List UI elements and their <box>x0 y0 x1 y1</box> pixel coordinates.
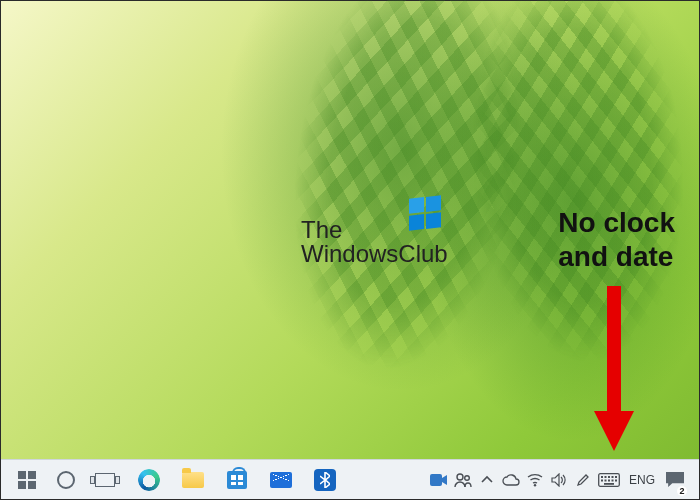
svg-rect-8 <box>604 476 606 478</box>
meet-now-icon <box>430 473 448 487</box>
people-button[interactable] <box>451 460 475 500</box>
cortana-button[interactable] <box>49 460 83 500</box>
pen-icon <box>576 473 590 487</box>
mail-app[interactable] <box>259 460 303 500</box>
wifi-icon <box>527 473 543 487</box>
bluetooth-app[interactable] <box>303 460 347 500</box>
task-view-icon <box>95 473 115 487</box>
svg-rect-16 <box>615 479 617 481</box>
bluetooth-icon <box>314 469 336 491</box>
microsoft-store[interactable] <box>215 460 259 500</box>
taskbar-left <box>5 460 347 500</box>
watermark-line2: WindowsClub <box>301 240 448 268</box>
taskbar: ENG 2 <box>1 459 699 499</box>
mail-icon <box>270 472 292 488</box>
cortana-circle-icon <box>57 471 75 489</box>
start-button[interactable] <box>5 460 49 500</box>
folder-icon <box>182 472 204 488</box>
action-center-icon <box>666 472 684 487</box>
show-desktop-button[interactable] <box>689 460 695 500</box>
annotation-line2: and date <box>558 240 675 274</box>
svg-point-4 <box>465 475 470 480</box>
onedrive-tray[interactable] <box>499 460 523 500</box>
windows-start-icon <box>18 471 36 489</box>
annotation-line1: No clock <box>558 206 675 240</box>
svg-point-5 <box>534 484 536 486</box>
cloud-icon <box>502 474 520 486</box>
touch-keyboard-button[interactable] <box>595 460 623 500</box>
svg-rect-7 <box>601 476 603 478</box>
system-tray: ENG 2 <box>427 460 695 500</box>
notification-badge: 2 <box>677 486 687 496</box>
action-center-button[interactable]: 2 <box>661 460 689 500</box>
pen-tray[interactable] <box>571 460 595 500</box>
store-icon <box>227 471 247 489</box>
network-tray[interactable] <box>523 460 547 500</box>
keyboard-icon <box>598 473 620 487</box>
edge-browser[interactable] <box>127 460 171 500</box>
people-icon <box>454 472 472 488</box>
edge-icon <box>138 469 160 491</box>
annotation-label: No clock and date <box>558 206 675 273</box>
speaker-icon <box>551 473 567 487</box>
svg-rect-11 <box>615 476 617 478</box>
tray-overflow-button[interactable] <box>475 460 499 500</box>
meet-now-button[interactable] <box>427 460 451 500</box>
svg-marker-1 <box>594 411 634 451</box>
chevron-up-icon <box>481 474 493 486</box>
svg-rect-12 <box>601 479 603 481</box>
svg-rect-10 <box>611 476 613 478</box>
language-indicator[interactable]: ENG <box>623 460 661 500</box>
desktop[interactable]: The WindowsClub No clock and date <box>0 0 700 500</box>
svg-rect-2 <box>430 474 442 486</box>
svg-rect-17 <box>604 483 614 485</box>
svg-rect-13 <box>604 479 606 481</box>
watermark-text: The WindowsClub <box>301 216 448 268</box>
task-view-button[interactable] <box>83 460 127 500</box>
svg-rect-9 <box>608 476 610 478</box>
svg-rect-15 <box>611 479 613 481</box>
file-explorer[interactable] <box>171 460 215 500</box>
volume-tray[interactable] <box>547 460 571 500</box>
svg-point-3 <box>457 474 463 480</box>
annotation-arrow-icon <box>589 286 639 456</box>
svg-rect-14 <box>608 479 610 481</box>
